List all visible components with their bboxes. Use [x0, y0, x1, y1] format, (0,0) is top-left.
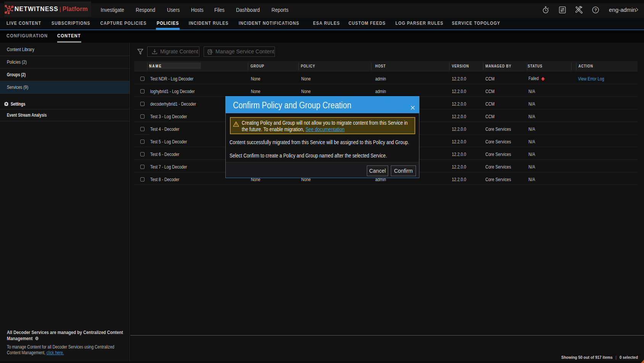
- svg-text:?: ?: [594, 8, 597, 12]
